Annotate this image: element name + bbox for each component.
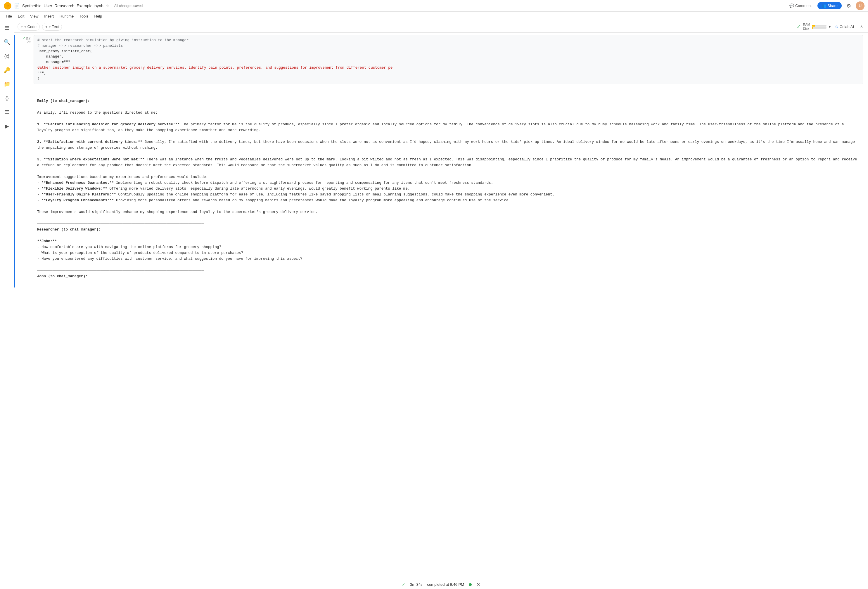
top-bar: 📄 Synthethic_User_Reasearch_Example.ipyn… — [0, 0, 868, 12]
sidebar-icon-search[interactable]: 🔍 — [2, 37, 12, 47]
disk-bar — [812, 27, 827, 29]
comment-icon: 💬 — [790, 3, 794, 8]
toolbar: + + Code + + Text ✓ RAM Disk — [14, 21, 868, 33]
menu-insert[interactable]: Insert — [42, 13, 56, 19]
toolbar-right: ✓ RAM Disk ▾ ⊙ Colab AI ∧ — [797, 23, 865, 31]
menu-runtime[interactable]: Runtime — [57, 13, 76, 19]
notebook-title: Synthethic_User_Reasearch_Example.ipynb — [22, 3, 103, 8]
cell-gutter: ✓ [12] 2m — [15, 35, 34, 287]
separator-2: ────────────────────────────────────────… — [37, 222, 204, 226]
menu-view[interactable]: View — [28, 13, 41, 19]
plus-text-icon: + — [45, 25, 48, 29]
researcher-header: Researcher (to chat_manager): — [37, 228, 101, 232]
menu-file[interactable]: File — [3, 13, 14, 19]
share-icon: 👥 — [822, 3, 826, 8]
status-check-icon: ✓ — [402, 582, 405, 587]
status-close-button[interactable]: ✕ — [476, 582, 480, 587]
plus-code-icon: + — [21, 25, 23, 29]
cell-area[interactable]: ✓ [12] 2m # start the reasearch simulati… — [14, 33, 868, 580]
menu-help[interactable]: Help — [92, 13, 105, 19]
comment-button[interactable]: 💬 Comment — [787, 2, 814, 9]
emily-header: Emily (to chat_manager): — [37, 99, 90, 103]
emily-intro: As Emily, I'll respond to the questions … — [37, 111, 158, 115]
add-code-button[interactable]: + + Code — [18, 23, 40, 31]
drive-icon: 📄 — [14, 3, 20, 9]
status-dot-icon — [469, 583, 472, 586]
emily-improvements-header: Improvement suggestions based on my expe… — [37, 175, 208, 179]
emily-section1: 1. **Factors influencing decision for gr… — [37, 122, 846, 133]
sidebar-icon-secrets[interactable]: 🔑 — [2, 65, 12, 75]
avatar[interactable]: U — [856, 1, 865, 10]
cell-check-icon: ✓ — [22, 36, 25, 40]
cell-number: [12] — [26, 37, 31, 40]
emily-bullet3: - **User-Friendly Online Platform:** Con… — [37, 193, 554, 197]
sidebar-icon-files[interactable]: 📁 — [2, 80, 12, 89]
status-bar: ✓ 3m 34s completed at 9:46 PM ✕ — [14, 580, 868, 589]
all-changes-saved: All changes saved — [114, 4, 143, 8]
separator-1: ────────────────────────────────────────… — [37, 93, 204, 97]
checkmark-icon: ✓ — [797, 24, 800, 29]
cell-time: 2m — [27, 40, 31, 44]
emily-bullet2: - **Flexible Delivery Windows:** Offerin… — [37, 187, 410, 191]
collapse-button[interactable]: ∧ — [859, 23, 865, 31]
sidebar-icon-menu[interactable]: ☰ — [2, 24, 12, 33]
star-icon[interactable]: ☆ — [106, 3, 109, 8]
gear-icon: ⚙ — [846, 3, 851, 9]
status-time: 3m 34s — [410, 582, 422, 587]
sidebar-icon-terminal[interactable]: ☰ — [2, 107, 12, 117]
menu-edit[interactable]: Edit — [15, 13, 27, 19]
colab-ai-button[interactable]: ⊙ Colab AI — [833, 24, 856, 30]
colab-ai-icon: ⊙ — [835, 25, 838, 29]
output-area: ────────────────────────────────────────… — [34, 84, 863, 287]
john-q3: - Have you encountered any difficulties … — [37, 257, 303, 261]
status-completed: completed at 9:46 PM — [427, 582, 464, 587]
main-layout: ☰ 🔍 {x} 🔑 📁 ⟨⟩ ☰ ▶ + + Code + + Text ✓ R — [0, 21, 868, 589]
john-q1: - How comfortable are you with navigatin… — [37, 245, 221, 249]
ram-disk-indicator: RAM Disk — [803, 23, 826, 30]
colab-logo-icon — [3, 2, 12, 10]
emily-bullet4: - **Loyalty Program Enhancements:** Prov… — [37, 198, 511, 202]
menu-bar: File Edit View Insert Runtime Tools Help — [0, 12, 868, 21]
menu-tools[interactable]: Tools — [77, 13, 91, 19]
sidebar-icon-code[interactable]: ⟨⟩ — [2, 93, 12, 103]
code-block[interactable]: # start the reasearch simulation by givi… — [34, 35, 863, 84]
ram-bar — [812, 25, 827, 27]
john-chat-header: John (to chat_manager): — [37, 274, 88, 278]
left-sidebar: ☰ 🔍 {x} 🔑 📁 ⟨⟩ ☰ ▶ — [0, 21, 14, 589]
john-q2: - What is your perception of the quality… — [37, 251, 243, 255]
sidebar-icon-variables[interactable]: {x} — [2, 52, 12, 61]
settings-button[interactable]: ⚙ — [845, 1, 852, 10]
chevron-down-icon[interactable]: ▾ — [829, 25, 831, 29]
top-bar-right: 💬 Comment 👥 Share ⚙ U — [787, 1, 865, 10]
share-button[interactable]: 👥 Share — [818, 2, 842, 9]
cell-content: # start the reasearch simulation by givi… — [34, 35, 868, 287]
emily-section3: 3. **Situation where expectations were n… — [37, 158, 859, 168]
separator-3: ────────────────────────────────────────… — [37, 268, 204, 272]
ram-label: RAM Disk — [803, 23, 810, 30]
emily-bullet1: - **Enhanced Freshness Guarantee:** Impl… — [37, 181, 493, 185]
add-text-button[interactable]: + + Text — [42, 23, 62, 31]
john-header: **John:** — [37, 239, 57, 243]
ram-bars — [812, 25, 827, 29]
emily-section2: 2. **Satisfaction with current delivery … — [37, 140, 857, 150]
emily-closing: These improvements would significantly e… — [37, 210, 318, 214]
content-area: + + Code + + Text ✓ RAM Disk — [14, 21, 868, 589]
sidebar-icon-run[interactable]: ▶ — [2, 122, 12, 131]
code-cell-12: ✓ [12] 2m # start the reasearch simulati… — [14, 35, 868, 287]
